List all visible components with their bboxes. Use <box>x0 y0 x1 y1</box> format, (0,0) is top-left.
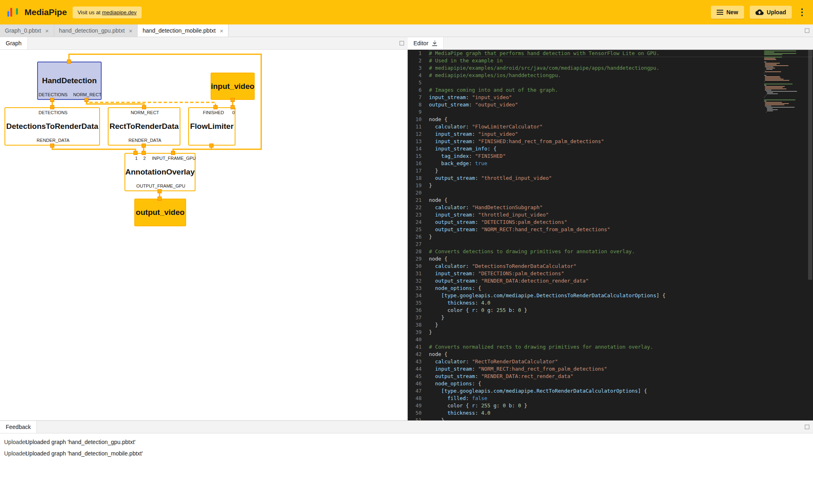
graph-node-recttorenderdata[interactable]: NORM_RECT RectToRenderData RENDER_DATA <box>108 107 180 146</box>
doc-tab-graph-0[interactable]: Graph_0.pbtxt × <box>0 24 54 37</box>
doc-tab-hand-detection-mobile[interactable]: hand_detection_mobile.pbtxt × <box>138 24 229 37</box>
line-number: 35 <box>408 299 429 307</box>
port-label: DETECTIONS <box>39 92 68 97</box>
graph-node-input-video[interactable]: input_video <box>211 73 255 100</box>
minimap-line <box>765 106 771 106</box>
code-editor[interactable]: 1# MediaPipe graph that performs hand de… <box>408 50 813 420</box>
close-icon[interactable]: × <box>220 28 223 34</box>
minimap-line <box>765 77 781 78</box>
code-line: 49 color { r: 255 g: 0 b: 0 } <box>408 402 813 409</box>
line-number: 41 <box>408 343 429 351</box>
graph-node-output-video[interactable]: output_video <box>134 199 186 226</box>
line-number: 46 <box>408 380 429 387</box>
doc-tab-label: Graph_0.pbtxt <box>5 27 41 34</box>
minimap-line <box>764 97 764 98</box>
code-line: 12 input_stream: "input_video" <box>408 130 813 138</box>
code-line: 16 back_edge: true <box>408 160 813 167</box>
code-line: 8output_stream: "output_video" <box>408 101 813 108</box>
code-line: 26} <box>408 233 813 241</box>
doc-tab-label: hand_detection_gpu.pbtxt <box>59 27 125 34</box>
minimap-line <box>765 71 781 72</box>
mediapipe-dev-link[interactable]: mediapipe.dev <box>102 9 137 15</box>
maximize-panel-icon[interactable] <box>805 29 809 33</box>
graph-tab-label: Graph <box>6 40 22 46</box>
edge-detection-render-data <box>52 146 136 153</box>
close-icon[interactable]: × <box>45 28 49 34</box>
code-line: 35 thickness: 4.0 <box>408 299 813 307</box>
line-number: 30 <box>408 263 429 270</box>
code-line: 13 input_stream: "FINISHED:hand_rect_fro… <box>408 138 813 145</box>
code-line: 31 input_stream: "DETECTIONS:palm_detect… <box>408 270 813 277</box>
maximize-feedback-icon[interactable] <box>805 425 809 429</box>
feedback-entry: UploaderUploaded graph 'hand_detection_m… <box>0 448 813 459</box>
minimap-line <box>766 95 766 95</box>
code-line: 51 } <box>408 417 813 420</box>
upload-button[interactable]: Upload <box>750 6 792 19</box>
minimap-line <box>764 84 793 84</box>
editor-scrollbar[interactable] <box>807 50 813 420</box>
line-number: 13 <box>408 138 429 145</box>
doc-tab-hand-detection-gpu[interactable]: hand_detection_gpu.pbtxt × <box>54 24 138 37</box>
tab-feedback[interactable]: Feedback <box>0 421 37 433</box>
code-line: 38 } <box>408 321 813 329</box>
line-number: 28 <box>408 248 429 255</box>
line-number: 12 <box>408 130 429 138</box>
code-line: 36 color { r: 0 g: 255 b: 0 } <box>408 307 813 314</box>
edge-finished-back-edge <box>87 100 215 107</box>
code-line: 7input_stream: "input_video" <box>408 94 813 101</box>
code-line: 29node { <box>408 255 813 263</box>
line-number: 7 <box>408 94 429 101</box>
scrollbar-thumb[interactable] <box>808 50 812 280</box>
code-line: 30 calculator: "DetectionsToRenderDataCa… <box>408 263 813 270</box>
minimap-line <box>765 80 789 81</box>
minimap[interactable] <box>764 51 806 113</box>
graph-node-annotationoverlay[interactable]: 1 2 INPUT_FRAME_GPU AnnotationOverlay OU… <box>124 153 195 191</box>
new-button[interactable]: New <box>711 6 744 19</box>
code-line: 47 [type.googleapis.com/mediapipe.RectTo… <box>408 387 813 395</box>
graph-canvas[interactable]: HandDetection DETECTIONS NORM_RECT input… <box>0 50 408 420</box>
code-line: 44 input_stream: "NORM_RECT:hand_rect_fr… <box>408 365 813 373</box>
graph-node-handdetection[interactable]: HandDetection DETECTIONS NORM_RECT <box>37 62 102 100</box>
upload-button-label: Upload <box>767 9 786 15</box>
line-number: 6 <box>408 86 429 94</box>
line-number: 29 <box>408 255 429 263</box>
graph-node-detectionstorenderdata[interactable]: DETECTIONS DetectionsToRenderData RENDER… <box>4 107 100 146</box>
line-number: 19 <box>408 182 429 189</box>
node-title: output_video <box>135 199 185 225</box>
graph-edges <box>0 50 407 420</box>
editor-panel: Editor 1# MediaPipe graph that performs … <box>408 37 813 420</box>
line-number: 36 <box>408 307 429 314</box>
kebab-menu-icon[interactable]: ⋮ <box>797 7 806 18</box>
minimap-line <box>765 64 776 65</box>
feedback-tab-label: Feedback <box>6 424 31 430</box>
download-icon[interactable] <box>432 40 438 46</box>
close-icon[interactable]: × <box>129 28 133 34</box>
minimap-line <box>765 87 783 88</box>
line-number: 47 <box>408 387 429 395</box>
node-title: input_video <box>211 73 254 99</box>
minimap-line <box>766 112 766 113</box>
code-line: 22 calculator: "HandDetectionSubgraph" <box>408 204 813 211</box>
minimap-line <box>765 86 784 87</box>
tab-editor[interactable]: Editor <box>408 37 444 49</box>
line-number: 26 <box>408 233 429 241</box>
port-label: NORM_RECT <box>73 92 102 97</box>
edge-throttled-to-annotationoverlay <box>173 149 211 153</box>
graph-node-flowlimiter[interactable]: FINISHED 0 FlowLimiter <box>188 107 235 146</box>
tab-graph[interactable]: Graph <box>0 37 28 49</box>
minimap-line <box>767 109 778 110</box>
maximize-graph-icon[interactable] <box>400 41 404 46</box>
minimap-line <box>765 76 780 77</box>
line-number: 1 <box>408 50 429 57</box>
minimap-line <box>765 96 765 97</box>
code-lines: 1# MediaPipe graph that performs hand de… <box>408 50 813 420</box>
line-number: 5 <box>408 79 429 86</box>
line-number: 9 <box>408 108 429 116</box>
minimap-line <box>767 108 773 109</box>
code-line: 24 output_stream: "DETECTIONS:palm_detec… <box>408 219 813 226</box>
line-number: 27 <box>408 241 429 248</box>
code-line: 33 node_options: { <box>408 285 813 292</box>
code-line: 1# MediaPipe graph that performs hand de… <box>408 50 813 57</box>
line-number: 38 <box>408 321 429 329</box>
minimap-line <box>764 57 782 57</box>
